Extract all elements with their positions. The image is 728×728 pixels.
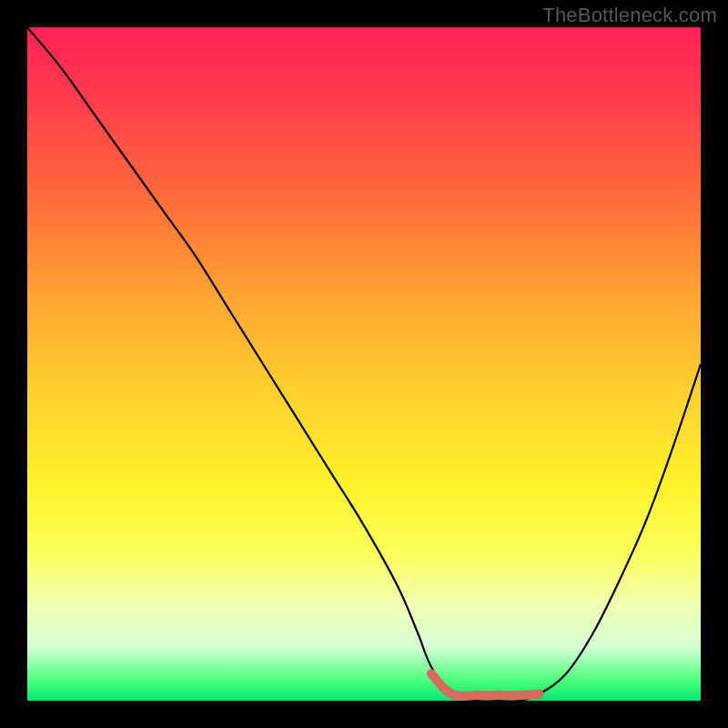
chart-frame: TheBottleneck.com bbox=[0, 0, 728, 728]
optimal-range-marker bbox=[431, 673, 539, 695]
bottleneck-curve bbox=[27, 27, 701, 701]
curve-layer bbox=[27, 27, 701, 701]
plot-area bbox=[27, 27, 701, 701]
watermark-text: TheBottleneck.com bbox=[542, 4, 717, 27]
